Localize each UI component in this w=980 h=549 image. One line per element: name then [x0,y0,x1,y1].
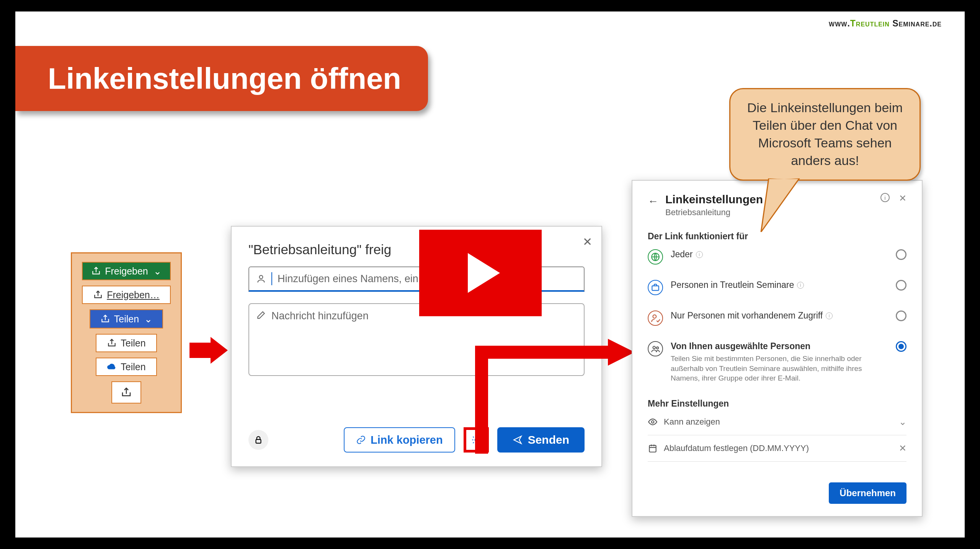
info-icon: i [826,312,833,319]
svg-rect-6 [652,286,658,291]
text-cursor [271,272,272,285]
option-anyone-label: Jeder [671,249,693,260]
share-dialog: ✕ "Betriebsanleitung" freig Hinzufügen e… [231,226,602,467]
radio-specific[interactable] [896,341,906,352]
option-organization[interactable]: Personen in Treutlein Seminarei [648,272,906,303]
people-icon [648,341,663,356]
info-icon: i [797,282,804,289]
share-icon [107,338,117,348]
svg-point-10 [652,421,654,423]
teilen-blue-label: Teilen [114,314,139,325]
teilen-white-label: Teilen [121,338,145,349]
teilen-blue-button[interactable]: Teilen ⌄ [90,309,163,328]
more-settings-label: Mehr Einstellungen [648,399,906,409]
calendar-icon [648,443,658,453]
freigeben-white-label: Freigeben… [107,289,160,301]
svg-rect-11 [649,445,656,452]
globe-icon [648,249,663,265]
option-specific-people[interactable]: Von Ihnen ausgewählte Personen Teilen Si… [648,333,906,391]
lock-button[interactable] [248,430,268,450]
option-specific-label: Von Ihnen ausgewählte Personen [671,341,810,351]
video-play-button[interactable] [419,230,542,316]
briefcase-icon [648,280,663,295]
expiry-placeholder: Ablaufdatum festlegen (DD.MM.YYYY) [664,443,809,453]
arrow-indicator-1 [189,337,228,364]
svg-point-3 [475,439,477,441]
lock-icon [253,435,263,445]
person-icon [256,274,266,284]
gear-icon [471,435,481,445]
settings-subtitle: Betriebsanleitung [665,208,763,217]
section-label: Der Link funktioniert für [648,231,906,242]
freigeben-white-button[interactable]: Freigeben… [82,286,171,304]
share-icon [100,314,110,324]
share-icon [93,290,103,300]
share-icon [121,387,132,398]
slide-title: Linkeinstellungen öffnen [48,61,401,96]
info-button[interactable]: i [880,193,890,202]
freigeben-green-label: Freigeben [105,266,148,277]
freigeben-green-button[interactable]: Freigeben ⌄ [82,262,171,280]
callout-bubble: Die Linkeinstellungen beim Teilen über d… [729,88,921,181]
option-existing-access[interactable]: Nur Personen mit vorhandenem Zugriffi [648,303,906,333]
svg-marker-0 [189,337,228,364]
share-icon [91,266,101,276]
send-button[interactable]: Senden [497,427,585,453]
brand-url: www.Treutlein Seminare.de [829,18,942,29]
option-specific-desc: Teilen Sie mit bestimmten Personen, die … [671,354,870,383]
settings-title: Linkeinstellungen [665,193,763,206]
slide-title-banner: Linkeinstellungen öffnen [15,46,428,111]
apply-label: Übernehmen [840,488,896,498]
callout-text: Die Linkeinstellungen beim Teilen über d… [747,100,903,168]
svg-point-7 [653,315,657,318]
svg-marker-4 [608,339,635,366]
share-buttons-panel: Freigeben ⌄ Freigeben… Teilen ⌄ Teilen T… [71,252,182,413]
svg-point-8 [653,346,656,349]
link-settings-gear-button[interactable] [464,427,489,453]
svg-point-9 [657,347,658,349]
teilen-white-button[interactable]: Teilen [96,334,157,352]
svg-rect-2 [256,440,261,443]
svg-point-1 [260,275,263,279]
close-button[interactable]: ✕ [583,235,592,248]
copy-link-button[interactable]: Link kopieren [344,427,455,453]
expiry-row[interactable]: Ablaufdatum festlegen (DD.MM.YYYY) ✕ [648,435,906,462]
radio-anyone[interactable] [896,249,906,260]
send-label: Senden [528,433,569,446]
back-button[interactable]: ← [648,195,658,208]
option-organization-label: Personen in Treutlein Seminare [671,280,794,290]
send-icon [513,435,523,445]
close-button[interactable]: ✕ [899,193,906,204]
copy-link-label: Link kopieren [371,434,443,446]
option-existing-label: Nur Personen mit vorhandenem Zugriff [671,310,823,321]
play-icon [468,253,500,293]
permission-row[interactable]: Kann anzeigen ⌄ [648,409,906,435]
radio-existing[interactable] [896,310,906,321]
chevron-down-icon: ⌄ [144,314,152,325]
person-check-icon [648,310,663,326]
eye-icon [648,417,658,427]
share-icon-only-button[interactable] [111,381,141,404]
teilen-onedrive-label: Teilen [121,361,145,373]
chevron-down-icon: ⌄ [899,417,906,427]
pencil-icon [256,310,266,320]
cloud-icon [107,362,117,372]
name-input-placeholder: Hinzufügen eines Namens, ein [278,273,418,285]
clear-icon[interactable]: ✕ [899,443,906,454]
radio-organization[interactable] [896,280,906,291]
link-settings-panel: ← Linkeinstellungen Betriebsanleitung i … [632,180,923,517]
link-icon [356,435,366,445]
permission-label: Kann anzeigen [664,417,720,427]
apply-button[interactable]: Übernehmen [829,482,906,504]
message-placeholder: Nachricht hinzufügen [271,310,369,322]
teilen-onedrive-button[interactable]: Teilen [96,358,157,376]
info-icon: i [696,251,703,258]
chevron-down-icon: ⌄ [154,266,162,277]
option-anyone[interactable]: Jederi [648,242,906,272]
